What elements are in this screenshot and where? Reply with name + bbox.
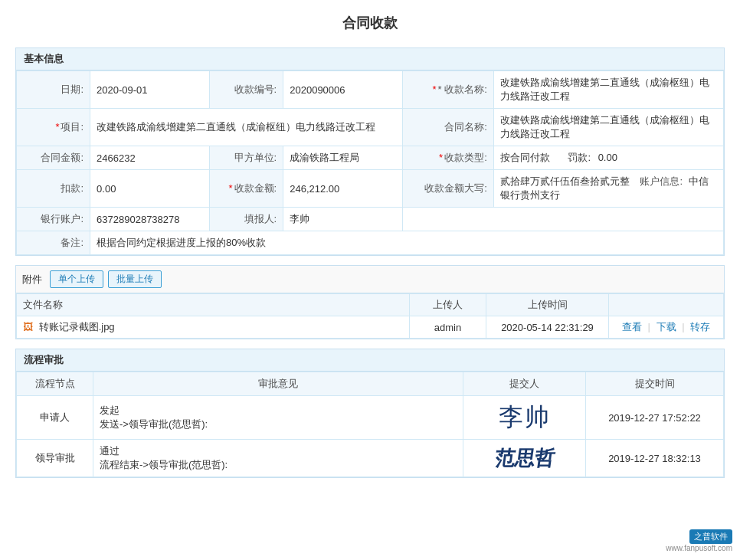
deduction-value: 0.00: [90, 170, 210, 208]
table-row: 扣款: 0.00 *收款金额: 246,212.00 收款金额大写: 贰拾肆万贰…: [17, 170, 724, 208]
receipt-amount-label: *收款金额:: [210, 170, 283, 208]
file-actions-cell: 查看 | 下载 | 转存: [609, 316, 724, 339]
table-row: 备注: 根据合同约定根据进度上报的80%收款: [17, 231, 724, 255]
table-row: 日期: 2020-09-01 收款编号: 2020090006 ** 收款名称:…: [17, 71, 724, 109]
submit-time-cell-2: 2019-12-27 18:32:13: [586, 440, 724, 477]
date-value: 2020-09-01: [90, 71, 210, 109]
basic-info-table: 日期: 2020-09-01 收款编号: 2020090006 ** 收款名称:…: [16, 70, 724, 255]
opinion-cell-1: 发起 发送->领导审批(范思哲):: [93, 396, 463, 440]
receipt-no-label: 收款编号:: [210, 71, 283, 109]
project-value: 改建铁路成渝线增建第二直通线（成渝枢纽）电力线路迁改工程: [90, 109, 403, 146]
receipt-name-label: ** 收款名称:: [403, 71, 493, 109]
approval-table: 流程节点 审批意见 提交人 提交时间 申请人 发起 发送->领导审批(范思哲):…: [16, 372, 724, 477]
contract-amount-value: 2466232: [90, 146, 210, 170]
receipt-type-label: *收款类型:: [403, 146, 493, 170]
reporter-value: 李帅: [283, 208, 403, 231]
table-row: 合同金额: 2466232 甲方单位: 成渝铁路工程局 *收款类型: 按合同付款…: [17, 146, 724, 170]
amount-chinese-label: 收款金额大写:: [403, 170, 493, 208]
opinion-line2-1: 发送->领导审批(范思哲):: [100, 418, 457, 431]
file-icon: 🖼: [23, 321, 33, 332]
approval-header-row: 流程节点 审批意见 提交人 提交时间: [17, 372, 724, 396]
basic-info-header: 基本信息: [16, 48, 724, 70]
approval-header: 流程审批: [16, 349, 724, 372]
table-row: 银行账户: 637289028738278 填报人: 李帅: [17, 208, 724, 231]
transfer-button[interactable]: 转存: [690, 321, 710, 332]
attach-header-row: 文件名称 上传人 上传时间: [17, 294, 724, 316]
upload-time-col-header: 上传时间: [486, 294, 609, 316]
file-uploader-cell: admin: [410, 316, 486, 339]
attach-file-row: 🖼 转账记录截图.jpg admin 2020-05-14 22:31:29 查…: [17, 316, 724, 339]
node-cell-1: 申请人: [17, 396, 93, 440]
account-info-label: 账户信息:: [640, 175, 683, 187]
contract-name-value: 改建铁路成渝线增建第二直通线（成渝枢纽）电力线路迁改工程: [493, 109, 723, 146]
project-label: *项目:: [17, 109, 90, 146]
approval-section: 流程审批 流程节点 审批意见 提交人 提交时间 申请人 发起 发送->领导审批(…: [15, 349, 725, 478]
page-title: 合同收款: [15, 8, 725, 38]
submitter-col-header: 提交人: [463, 372, 586, 396]
approval-row-2: 领导审批 通过 流程结束->领导审批(范思哲): 范思哲 2019-12-27 …: [17, 440, 724, 477]
bank-account-label: 银行账户:: [17, 208, 90, 231]
opinion-line1-2: 通过: [100, 444, 457, 458]
remark-value: 根据合同约定根据进度上报的80%收款: [90, 231, 724, 255]
single-upload-button[interactable]: 单个上传: [50, 270, 103, 288]
submit-time-cell-1: 2019-12-27 17:52:22: [586, 396, 724, 440]
batch-upload-button[interactable]: 批量上传: [108, 270, 162, 288]
opinion-col-header: 审批意见: [93, 372, 463, 396]
basic-info-section: 基本信息 日期: 2020-09-01 收款编号: 2020090006 ** …: [15, 47, 725, 256]
submit-time-col-header: 提交时间: [586, 372, 724, 396]
signature-cell-1: 李帅: [463, 396, 586, 440]
empty-cell: [403, 208, 724, 231]
node-cell-2: 领导审批: [17, 440, 93, 477]
file-uploader-value: admin: [434, 322, 461, 333]
contract-name-label: 合同名称:: [403, 109, 493, 146]
separator2: |: [682, 321, 684, 332]
receipt-type-row: 按合同付款 罚款: 0.00: [493, 146, 723, 170]
separator1: |: [647, 321, 650, 332]
opinion-line1-1: 发起: [100, 404, 457, 418]
approval-row-1: 申请人 发起 发送->领导审批(范思哲): 李帅 2019-12-27 17:5…: [17, 396, 724, 440]
opinion-line2-2: 流程结束->领导审批(范思哲):: [100, 458, 457, 472]
receipt-type-value: 按合同付款: [500, 152, 550, 163]
filename-col-header: 文件名称: [17, 294, 410, 316]
contract-amount-label: 合同金额:: [17, 146, 90, 170]
view-button[interactable]: 查看: [622, 321, 642, 332]
penalty-label: 罚款:: [568, 152, 591, 163]
file-upload-time-value: 2020-05-14 22:31:29: [501, 322, 594, 333]
signature-cell-2: 范思哲: [463, 440, 586, 477]
opinion-cell-2: 通过 流程结束->领导审批(范思哲):: [93, 440, 463, 477]
table-row: *项目: 改建铁路成渝线增建第二直通线（成渝枢纽）电力线路迁改工程 合同名称: …: [17, 109, 724, 146]
actions-col-header: [609, 294, 724, 316]
attachment-label: 附件: [22, 273, 42, 287]
amount-chinese-value: 贰拾肆万贰仟伍佰叁拾贰元整: [500, 175, 630, 187]
receipt-name-value: 改建铁路成渝线增建第二直通线（成渝枢纽）电力线路迁改工程: [493, 71, 723, 109]
file-name-value: 转账记录截图.jpg: [39, 321, 115, 332]
signature-2: 范思哲: [493, 445, 556, 472]
penalty-value: 0.00: [598, 152, 617, 163]
amount-chinese-row: 贰拾肆万贰仟伍佰叁拾贰元整 账户信息: 中信银行贵州支行: [493, 170, 723, 208]
signature-1: 李帅: [499, 401, 551, 434]
file-name-cell: 🖼 转账记录截图.jpg: [17, 316, 410, 339]
attachment-section: 附件 单个上传 批量上传 文件名称 上传人 上传时间 🖼 转账记录截图.jpg …: [15, 265, 725, 339]
reporter-label: 填报人:: [210, 208, 283, 231]
uploader-col-header: 上传人: [410, 294, 486, 316]
node-col-header: 流程节点: [17, 372, 93, 396]
file-upload-time-cell: 2020-05-14 22:31:29: [486, 316, 609, 339]
remark-label: 备注:: [17, 231, 90, 255]
attachment-table: 文件名称 上传人 上传时间 🖼 转账记录截图.jpg admin 2020-05…: [16, 293, 724, 339]
deduction-label: 扣款:: [17, 170, 90, 208]
receipt-no-value: 2020090006: [283, 71, 403, 109]
party-a-value: 成渝铁路工程局: [283, 146, 403, 170]
date-label: 日期:: [17, 71, 90, 109]
party-a-label: 甲方单位:: [210, 146, 283, 170]
required-star: *: [432, 84, 436, 95]
download-button[interactable]: 下载: [657, 321, 676, 332]
receipt-amount-value: 246,212.00: [283, 170, 403, 208]
attachment-toolbar: 附件 单个上传 批量上传: [16, 266, 724, 293]
bank-account-value: 637289028738278: [90, 208, 210, 231]
